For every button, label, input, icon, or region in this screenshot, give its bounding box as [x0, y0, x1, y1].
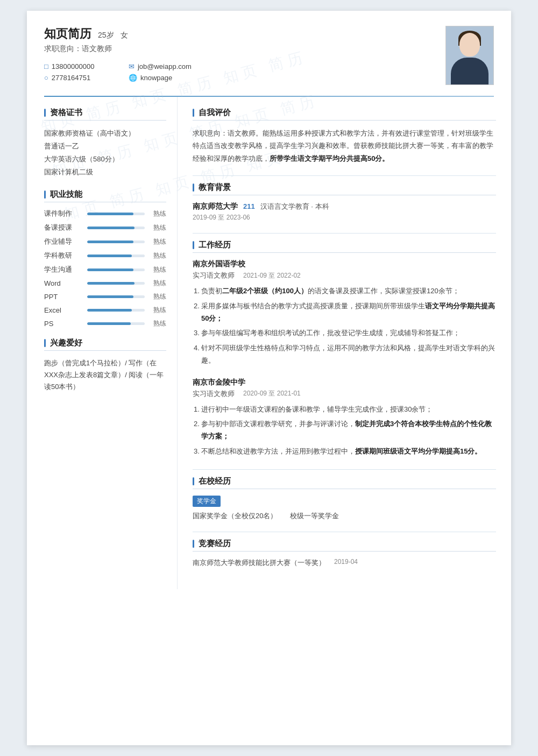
- school-name: 南京师范大学: [193, 202, 238, 211]
- work-title: 工作经历: [193, 240, 496, 253]
- qualifications-title: 资格证书: [44, 108, 166, 121]
- title-bar: [44, 339, 46, 347]
- skill-name: Excel: [44, 306, 82, 314]
- skill-name: PS: [44, 320, 82, 328]
- competition-title: 竞赛经历: [193, 539, 496, 552]
- campus-tag: 奖学金: [193, 496, 221, 507]
- work-item-1: 南京外国语学校 实习语文教师 2021-09 至 2022-02 负责初二年级2…: [193, 259, 496, 368]
- skill-level: 熟练: [150, 251, 166, 260]
- skill-item: Excel 熟练: [44, 306, 166, 315]
- phone-icon: □: [44, 62, 48, 70]
- section-divider: [193, 175, 496, 176]
- name: 知页简历: [44, 26, 91, 42]
- competition-item: 南京师范大学教师技能比拼大赛（一等奖） 2019-04: [193, 558, 496, 568]
- website: knowpage: [140, 74, 172, 82]
- email-address: job@weiapp.com: [138, 62, 192, 70]
- list-item: 大学英语六级（580分）: [44, 153, 166, 166]
- skill-item: PPT 熟练: [44, 292, 166, 301]
- list-item: 采用多媒体与板书结合的教学方式提高授课质量，授课期间所带班级学生语文平均分学期共…: [194, 299, 496, 326]
- skill-item: Word 熟练: [44, 279, 166, 288]
- work-org: 南京市金陵中学: [193, 378, 496, 387]
- email-contact: ✉ job@weiapp.com: [129, 62, 192, 70]
- work-desc: 负责初二年级2个班级（约100人）的语文备课及授课工作，实际课堂授课120余节；…: [193, 284, 496, 368]
- list-item: 国家教师资格证（高中语文）: [44, 127, 166, 140]
- list-item: 针对不同班级学生性格特点和学习特点，运用不同的教学方法和风格，提高学生对语文学科…: [194, 341, 496, 368]
- hobbies-title: 兴趣爱好: [44, 338, 166, 351]
- age: 25岁: [98, 31, 114, 40]
- hobbies-section: 兴趣爱好 跑步（曾完成1个马拉松）/ 写作（在XXX杂志上发表8篇文章）/ 阅读…: [44, 338, 166, 393]
- award-item: 校级一等奖学金: [290, 511, 339, 521]
- skill-bar-bg: [87, 213, 145, 215]
- web-icon: 🌐: [129, 74, 137, 82]
- skill-item: 学生沟通 熟练: [44, 265, 166, 274]
- section-divider: [193, 233, 496, 234]
- self-eval-title: 自我评价: [193, 108, 496, 121]
- portrait: [446, 26, 493, 84]
- skill-bar-bg: [87, 241, 145, 243]
- list-item: 负责初二年级2个班级（约100人）的语文备课及授课工作，实际课堂授课120余节；: [194, 284, 496, 298]
- skill-item: 课件制作 熟练: [44, 209, 166, 218]
- work-desc: 进行初中一年级语文课程的备课和教学，辅导学生完成作业，授课30余节； 参与初中部…: [193, 402, 496, 459]
- skill-bar-fill: [87, 295, 133, 298]
- competition-section: 竞赛经历 南京师范大学教师技能比拼大赛（一等奖） 2019-04: [193, 532, 496, 568]
- portrait-face: [459, 33, 480, 56]
- list-item: 普通话一乙: [44, 140, 166, 153]
- school-major: 汉语言文学教育 · 本科: [260, 202, 329, 211]
- skill-name: 学生沟通: [44, 265, 82, 274]
- title-bar: [44, 109, 46, 117]
- school-rank: 211: [243, 202, 255, 210]
- qq-number: 2778164751: [52, 74, 90, 82]
- skill-bar-bg: [87, 255, 145, 257]
- skill-level: 熟练: [150, 292, 166, 301]
- skill-item: PS 熟练: [44, 319, 166, 328]
- title-bar: [193, 241, 194, 249]
- skill-bar-fill: [87, 241, 133, 243]
- list-item: 参与初中部语文课程教学研究，并参与评课讨论，制定并完成3个符合本校学生特点的个性…: [194, 416, 496, 444]
- skill-bar-bg: [87, 269, 145, 271]
- photo: [445, 26, 494, 85]
- work-role-row: 实习语文教师 2020-09 至 2021-01: [193, 389, 496, 399]
- skill-level: 熟练: [150, 223, 166, 232]
- phone-number: 13800000000: [52, 62, 95, 70]
- education-title: 教育背景: [193, 182, 496, 195]
- skill-name: 课件制作: [44, 209, 82, 218]
- list-item: 国家计算机二级: [44, 166, 166, 179]
- campus-awards: 国家奖学金（全校仅20名） 校级一等奖学金: [193, 511, 496, 521]
- contacts: □ 13800000000 ✉ job@weiapp.com ○ 2778164…: [44, 62, 192, 82]
- education-item: 南京师范大学 211 汉语言文学教育 · 本科 2019-09 至 2023-0…: [193, 202, 496, 222]
- skill-bar-bg: [87, 295, 145, 298]
- intention: 求职意向：语文教师: [44, 44, 192, 54]
- skill-bar-bg: [87, 322, 145, 325]
- campus-title: 在校经历: [193, 476, 496, 489]
- skill-bar-fill: [87, 322, 131, 325]
- work-role: 实习语文教师: [193, 271, 235, 280]
- skill-item: 学科教研 熟练: [44, 251, 166, 260]
- work-role-row: 实习语文教师 2021-09 至 2022-02: [193, 271, 496, 280]
- skill-bar-bg: [87, 282, 145, 285]
- list-item: 不断总结和改进教学方法，并运用到教学过程中，授课期间班级语文平均分学期提高15分…: [194, 444, 496, 458]
- work-section: 工作经历 南京外国语学校 实习语文教师 2021-09 至 2022-02 负责…: [193, 233, 496, 458]
- right-column: 自我评价 求职意向：语文教师。能熟练运用多种授课方式和教学方法，并有效进行课堂管…: [178, 97, 511, 589]
- skill-name: Word: [44, 279, 82, 287]
- qq-icon: ○: [44, 74, 48, 82]
- skill-level: 熟练: [150, 306, 166, 315]
- name-row: 知页简历 25岁 女: [44, 26, 192, 42]
- skill-level: 熟练: [150, 237, 166, 246]
- skill-name: 备课授课: [44, 223, 82, 232]
- skill-bar-fill: [87, 309, 132, 312]
- skill-bar-fill: [87, 213, 133, 215]
- skill-bar-fill: [87, 282, 134, 285]
- skill-bar-bg: [87, 227, 145, 229]
- skill-level: 熟练: [150, 279, 166, 288]
- skill-level: 熟练: [150, 265, 166, 274]
- qualifications-section: 资格证书 国家教师资格证（高中语文） 普通话一乙 大学英语六级（580分） 国家…: [44, 108, 166, 179]
- skills-list: 课件制作 熟练 备课授课 熟练 作业辅导 熟练 学科教研 熟练 学生沟通: [44, 209, 166, 328]
- list-item: 进行初中一年级语文课程的备课和教学，辅导学生完成作业，授课30余节；: [194, 402, 496, 416]
- body: 资格证书 国家教师资格证（高中语文） 普通话一乙 大学英语六级（580分） 国家…: [27, 97, 511, 589]
- skill-item: 作业辅导 熟练: [44, 237, 166, 246]
- skill-level: 熟练: [150, 319, 166, 328]
- title-bar: [193, 540, 194, 548]
- work-date: 2021-09 至 2022-02: [243, 271, 301, 280]
- self-eval-section: 自我评价 求职意向：语文教师。能熟练运用多种授课方式和教学方法，并有效进行课堂管…: [193, 108, 496, 165]
- work-org: 南京外国语学校: [193, 259, 496, 269]
